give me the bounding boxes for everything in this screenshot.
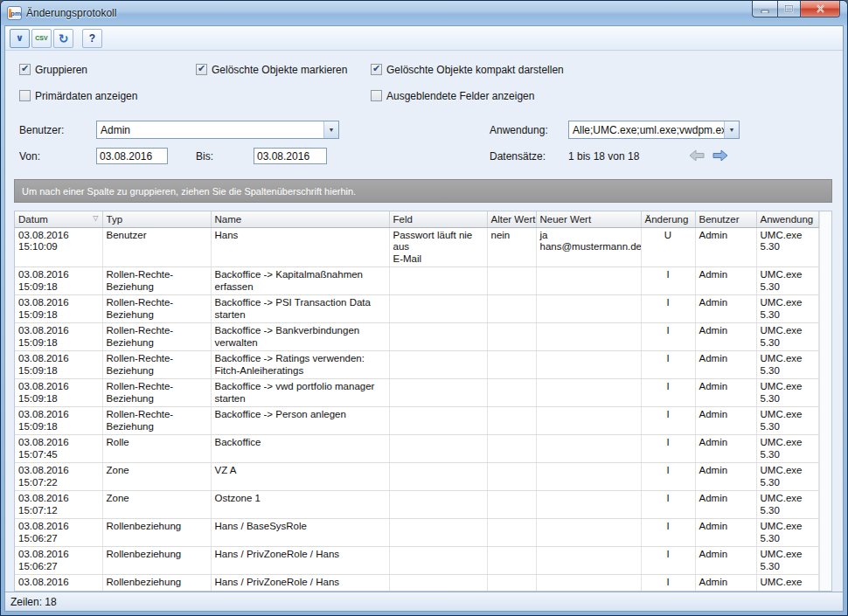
cell-benutzer: Admin (695, 519, 756, 547)
vertical-scrollbar[interactable] (819, 211, 831, 591)
column-header-anwendung[interactable]: Anwendung (756, 211, 819, 227)
cell-datum: 03.08.2016 15:09:18 (15, 295, 102, 323)
table-row[interactable]: 03.08.2016 15:09:18Rollen-Rechte-Beziehu… (15, 295, 819, 323)
table-row[interactable]: 03.08.2016 15:09:18Rollen-Rechte-Beziehu… (15, 323, 819, 351)
column-header-label: Anwendung (761, 214, 814, 225)
caption-buttons (752, 1, 840, 17)
column-header-label: Typ (107, 214, 123, 225)
arrow-right-icon (712, 149, 728, 162)
cell-benutzer: Admin (695, 463, 756, 491)
cell-alter-wert (487, 295, 536, 323)
checkbox-box (371, 90, 382, 101)
table-row[interactable]: 03.08.2016 15:06:27RollenbeziehungHans /… (15, 519, 819, 547)
chevron-down-icon: ▼ (329, 127, 335, 133)
cell-typ: Rollen-Rechte-Beziehung (102, 323, 211, 351)
cell-aenderung: I (641, 295, 695, 323)
cell-feld: Passwort läuft nie aus E-Mail (389, 227, 487, 267)
cell-typ: Rollen-Rechte-Beziehung (102, 267, 211, 295)
titlebar[interactable]: pm Änderungsprotokoll (1, 1, 847, 25)
cell-datum: 03.08.2016 15:06:27 (15, 575, 102, 592)
cell-neuer-wert (536, 547, 641, 575)
column-header-alter-wert[interactable]: Alter Wert (487, 211, 536, 227)
checkbox-gruppieren[interactable]: ✔ Gruppieren (19, 63, 87, 76)
cell-neuer-wert (536, 295, 641, 323)
cell-aenderung: I (641, 379, 695, 407)
cell-datum: 03.08.2016 15:09:18 (15, 351, 102, 379)
cell-alter-wert: nein (487, 227, 536, 267)
table-row[interactable]: 03.08.2016 15:07:45RolleBackofficeIAdmin… (15, 435, 819, 463)
anwendung-dropdown-value: Alle;UMC.exe;uml.exe;vwdpm.exe (569, 124, 724, 136)
von-date-input[interactable] (96, 148, 168, 164)
cell-benutzer: Admin (695, 295, 756, 323)
table-row[interactable]: 03.08.2016 15:06:27RollenbeziehungHans /… (15, 547, 819, 575)
checkbox-geloeschte-markieren[interactable]: ✔ Gelöschte Objekte markieren (196, 63, 347, 76)
cell-neuer-wert (536, 267, 641, 295)
table-row[interactable]: 03.08.2016 15:09:18Rollen-Rechte-Beziehu… (15, 407, 819, 435)
cell-name: Hans (211, 227, 389, 267)
minimize-icon (761, 5, 769, 13)
refresh-button[interactable]: ↻ (53, 29, 73, 48)
table-row[interactable]: 03.08.2016 15:10:09BenutzerHansPasswort … (15, 227, 819, 267)
help-button[interactable]: ? (82, 29, 102, 48)
cell-neuer-wert: ja hans@mustermann.de (536, 227, 641, 267)
cell-anwendung: UMC.exe 5.30 (756, 519, 819, 547)
cell-anwendung: UMC.exe 5.30 (756, 379, 819, 407)
dropdown-button[interactable]: ▼ (323, 121, 338, 138)
csv-icon: CSV (35, 35, 47, 41)
cell-typ: Zone (102, 463, 211, 491)
cell-feld (389, 295, 487, 323)
checkbox-ausgeblendete-felder[interactable]: Ausgeblendete Felder anzeigen (371, 89, 534, 102)
cell-neuer-wert (536, 491, 641, 519)
column-header-name[interactable]: Name (211, 211, 389, 227)
maximize-icon (784, 4, 794, 13)
cell-neuer-wert (536, 435, 641, 463)
close-icon (816, 4, 825, 13)
column-header-datum[interactable]: Datum ▽ (15, 211, 102, 227)
csv-export-button[interactable]: CSV (31, 29, 52, 48)
next-page-button[interactable] (712, 149, 729, 162)
column-header-label: Feld (393, 214, 413, 225)
prev-page-button[interactable] (689, 149, 706, 162)
column-header-label: Datum (18, 214, 48, 225)
checkbox-primaerdaten[interactable]: Primärdaten anzeigen (19, 89, 137, 102)
cell-typ: Zone (102, 491, 211, 519)
cell-aenderung: I (641, 323, 695, 351)
check-icon: ✔ (372, 64, 380, 73)
anwendung-dropdown[interactable]: Alle;UMC.exe;uml.exe;vwdpm.exe ▼ (568, 121, 740, 139)
cell-typ: Rollen-Rechte-Beziehung (102, 295, 211, 323)
cell-name: Hans / PrivZoneRole / Hans (211, 547, 389, 575)
group-by-drop-zone[interactable]: Um nach einer Spalte zu gruppieren, zieh… (14, 179, 832, 203)
table-row[interactable]: 03.08.2016 15:07:22ZoneVZ AIAdminUMC.exe… (15, 463, 819, 491)
bis-date-input[interactable] (254, 148, 327, 164)
log-table-body: 03.08.2016 15:10:09BenutzerHansPasswort … (15, 227, 819, 592)
cell-typ: Rollen-Rechte-Beziehung (102, 379, 211, 407)
table-row[interactable]: 03.08.2016 15:07:12ZoneOstzone 1IAdminUM… (15, 491, 819, 519)
close-button[interactable] (801, 1, 840, 17)
benutzer-label: Benutzer: (19, 124, 64, 136)
cell-aenderung: I (641, 351, 695, 379)
column-header-typ[interactable]: Typ (102, 211, 211, 227)
benutzer-dropdown[interactable]: Admin ▼ (96, 121, 339, 139)
cell-typ: Rollen-Rechte-Beziehung (102, 351, 211, 379)
table-row[interactable]: 03.08.2016 15:09:18Rollen-Rechte-Beziehu… (15, 379, 819, 407)
cell-alter-wert (487, 379, 536, 407)
table-row[interactable]: 03.08.2016 15:06:27RollenbeziehungHans /… (15, 575, 819, 592)
table-row[interactable]: 03.08.2016 15:09:18Rollen-Rechte-Beziehu… (15, 267, 819, 295)
minimize-button[interactable] (752, 1, 777, 17)
maximize-button[interactable] (777, 1, 801, 17)
checkbox-box: ✔ (19, 64, 31, 75)
column-header-feld[interactable]: Feld (389, 211, 487, 227)
cell-aenderung: I (641, 407, 695, 435)
collapse-filter-button[interactable]: ∨ (10, 29, 30, 48)
column-header-benutzer[interactable]: Benutzer (695, 211, 756, 227)
column-header-neuer-wert[interactable]: Neuer Wert (536, 211, 641, 227)
datensaetze-label: Datensätze: (490, 150, 546, 163)
dropdown-button[interactable]: ▼ (724, 121, 739, 138)
checkbox-kompakt-darstellen[interactable]: ✔ Gelöschte Objekte kompakt darstellen (371, 63, 564, 76)
log-table-container: Datum ▽ Typ Name Feld Alter Wert Neuer W… (14, 211, 832, 592)
cell-datum: 03.08.2016 15:09:18 (15, 407, 102, 435)
window-title: Änderungsprotokoll (26, 7, 116, 19)
cell-benutzer: Admin (695, 491, 756, 519)
table-row[interactable]: 03.08.2016 15:09:18Rollen-Rechte-Beziehu… (15, 351, 819, 379)
column-header-aenderung[interactable]: Änderung (641, 211, 695, 227)
